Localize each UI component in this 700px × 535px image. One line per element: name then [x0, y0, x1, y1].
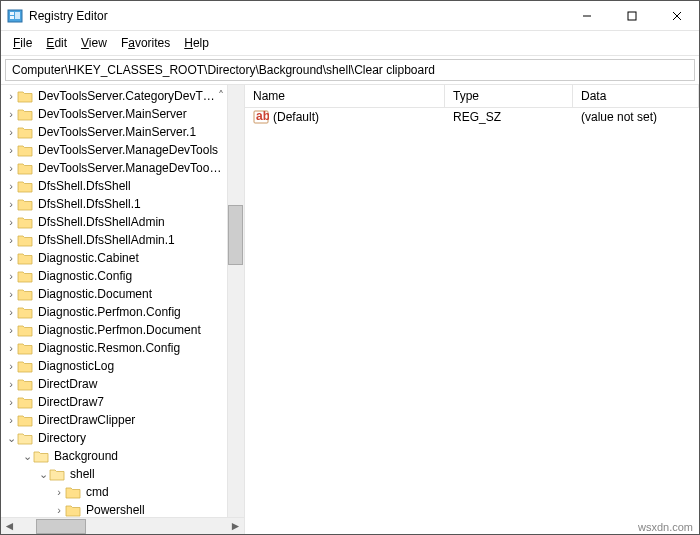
chevron-right-icon[interactable]: ›: [5, 108, 17, 120]
tree-item[interactable]: ›Powershell: [3, 501, 244, 517]
column-header-data[interactable]: Data: [573, 85, 699, 107]
menu-favorites[interactable]: Favorites: [115, 34, 176, 52]
tree-item[interactable]: ›Diagnostic.Document: [3, 285, 244, 303]
tree-item[interactable]: ›Diagnostic.Perfmon.Config: [3, 303, 244, 321]
titlebar: Registry Editor: [1, 1, 699, 31]
column-header-type[interactable]: Type: [445, 85, 573, 107]
folder-icon: [17, 288, 33, 301]
chevron-right-icon[interactable]: ›: [5, 144, 17, 156]
chevron-right-icon[interactable]: ›: [5, 162, 17, 174]
chevron-right-icon[interactable]: ›: [5, 216, 17, 228]
tree-item[interactable]: ⌄Directory: [3, 429, 244, 447]
folder-icon: [33, 450, 49, 463]
tree-item[interactable]: ›Diagnostic.Perfmon.Document: [3, 321, 244, 339]
scrollbar-thumb[interactable]: [228, 205, 243, 265]
chevron-right-icon[interactable]: ›: [5, 360, 17, 372]
chevron-right-icon[interactable]: ›: [5, 342, 17, 354]
chevron-down-icon[interactable]: ⌄: [21, 450, 33, 463]
menu-help[interactable]: Help: [178, 34, 215, 52]
values-pane: Name Type Data ab(Default)REG_SZ(value n…: [245, 85, 699, 534]
tree-item[interactable]: ›Diagnostic.Cabinet: [3, 249, 244, 267]
tree-item-label: Diagnostic.Perfmon.Document: [36, 322, 203, 338]
value-data: (value not set): [579, 110, 699, 124]
tree-item[interactable]: ›DirectDrawClipper: [3, 411, 244, 429]
folder-icon: [17, 162, 33, 175]
main-split: ›DevToolsServer.CategoryDevT…˄›DevToolsS…: [1, 84, 699, 534]
chevron-right-icon[interactable]: ›: [53, 504, 65, 516]
chevron-right-icon[interactable]: ›: [5, 270, 17, 282]
scroll-right-icon[interactable]: ►: [227, 518, 244, 535]
scroll-left-icon[interactable]: ◄: [1, 518, 18, 535]
tree-item-label: DevToolsServer.MainServer.1: [36, 124, 198, 140]
tree-item-label: DevToolsServer.ManageDevTools: [36, 142, 220, 158]
tree-item[interactable]: ›DevToolsServer.ManageDevToo…: [3, 159, 244, 177]
folder-icon: [17, 360, 33, 373]
folder-icon: [17, 324, 33, 337]
value-name: (Default): [273, 110, 319, 124]
tree-item-label: DevToolsServer.MainServer: [36, 106, 189, 122]
tree-item-label: Diagnostic.Cabinet: [36, 250, 141, 266]
minimize-button[interactable]: [564, 1, 609, 31]
tree-item[interactable]: ⌄Background: [3, 447, 244, 465]
tree-item-label: DirectDraw7: [36, 394, 106, 410]
chevron-right-icon[interactable]: ›: [5, 198, 17, 210]
menubar: File Edit View Favorites Help: [1, 31, 699, 56]
tree-item[interactable]: ›DirectDraw: [3, 375, 244, 393]
tree-item[interactable]: ›DevToolsServer.ManageDevTools: [3, 141, 244, 159]
chevron-right-icon[interactable]: ›: [5, 180, 17, 192]
tree-item-label: Diagnostic.Config: [36, 268, 134, 284]
tree-item-label: DfsShell.DfsShell.1: [36, 196, 143, 212]
menu-file[interactable]: File: [7, 34, 38, 52]
values-list[interactable]: ab(Default)REG_SZ(value not set): [245, 108, 699, 534]
tree-item-label: DfsShell.DfsShell: [36, 178, 133, 194]
tree-item[interactable]: ›DevToolsServer.MainServer: [3, 105, 244, 123]
maximize-button[interactable]: [609, 1, 654, 31]
chevron-right-icon[interactable]: ›: [53, 486, 65, 498]
chevron-right-icon[interactable]: ›: [5, 324, 17, 336]
tree-item[interactable]: ›DiagnosticLog: [3, 357, 244, 375]
close-button[interactable]: [654, 1, 699, 31]
chevron-right-icon[interactable]: ›: [5, 126, 17, 138]
chevron-right-icon[interactable]: ›: [5, 396, 17, 408]
chevron-right-icon[interactable]: ›: [5, 252, 17, 264]
folder-icon: [17, 432, 33, 445]
chevron-right-icon[interactable]: ›: [5, 378, 17, 390]
tree-item[interactable]: ›cmd: [3, 483, 244, 501]
tree-item[interactable]: ›DfsShell.DfsShell.1: [3, 195, 244, 213]
tree-item-label: Background: [52, 448, 120, 464]
tree-vertical-scrollbar[interactable]: [227, 85, 244, 517]
svg-rect-2: [10, 16, 14, 19]
tree-item[interactable]: ›DirectDraw7: [3, 393, 244, 411]
watermark: wsxdn.com: [636, 521, 695, 533]
tree-item[interactable]: ›DevToolsServer.CategoryDevT…˄: [3, 87, 244, 105]
folder-icon: [17, 90, 33, 103]
tree-item[interactable]: ›DevToolsServer.MainServer.1: [3, 123, 244, 141]
tree-item[interactable]: ›DfsShell.DfsShellAdmin.1: [3, 231, 244, 249]
chevron-down-icon[interactable]: ⌄: [5, 432, 17, 445]
chevron-right-icon[interactable]: ›: [5, 288, 17, 300]
menu-edit[interactable]: Edit: [40, 34, 73, 52]
tree-item[interactable]: ›DfsShell.DfsShell: [3, 177, 244, 195]
string-value-icon: ab: [253, 109, 269, 125]
address-bar[interactable]: Computer\HKEY_CLASSES_ROOT\Directory\Bac…: [5, 59, 695, 81]
chevron-right-icon[interactable]: ›: [5, 414, 17, 426]
tree-item-label: DirectDrawClipper: [36, 412, 137, 428]
column-header-name[interactable]: Name: [245, 85, 445, 107]
folder-icon: [17, 180, 33, 193]
chevron-right-icon[interactable]: ›: [5, 234, 17, 246]
menu-view[interactable]: View: [75, 34, 113, 52]
scrollbar-thumb[interactable]: [36, 519, 86, 534]
tree-item-label: DirectDraw: [36, 376, 99, 392]
value-row[interactable]: ab(Default)REG_SZ(value not set): [245, 108, 699, 126]
tree-item-label: Diagnostic.Resmon.Config: [36, 340, 182, 356]
chevron-right-icon[interactable]: ›: [5, 306, 17, 318]
tree-item[interactable]: ›Diagnostic.Config: [3, 267, 244, 285]
tree-item[interactable]: ›Diagnostic.Resmon.Config: [3, 339, 244, 357]
tree-item[interactable]: ⌄shell: [3, 465, 244, 483]
registry-tree[interactable]: ›DevToolsServer.CategoryDevT…˄›DevToolsS…: [1, 85, 244, 517]
tree-item[interactable]: ›DfsShell.DfsShellAdmin: [3, 213, 244, 231]
chevron-down-icon[interactable]: ⌄: [37, 468, 49, 481]
tree-item-label: DevToolsServer.CategoryDevT…: [36, 88, 217, 104]
chevron-right-icon[interactable]: ›: [5, 90, 17, 102]
tree-horizontal-scrollbar[interactable]: ◄ ►: [1, 517, 244, 534]
